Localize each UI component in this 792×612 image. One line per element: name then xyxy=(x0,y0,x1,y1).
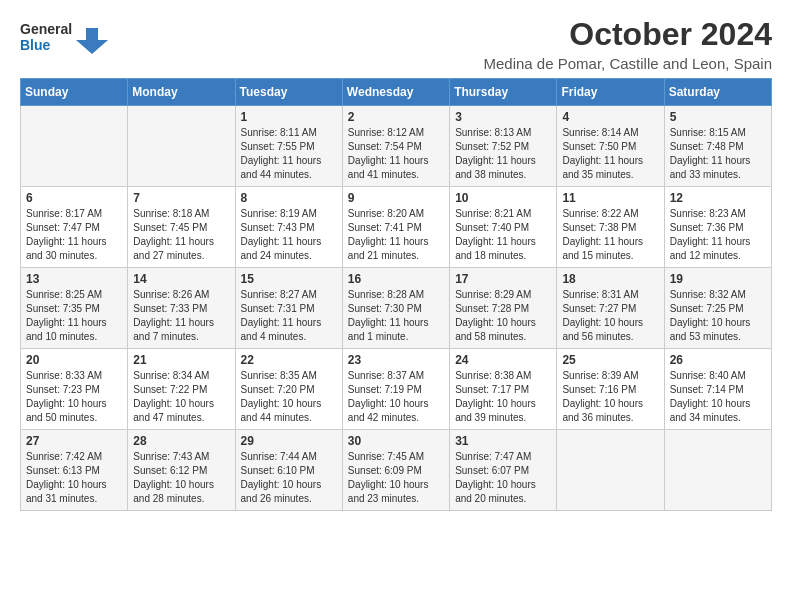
day-number: 26 xyxy=(670,353,766,367)
calendar-cell: 16Sunrise: 8:28 AM Sunset: 7:30 PM Dayli… xyxy=(342,268,449,349)
main-title: October 2024 xyxy=(483,16,772,53)
day-number: 27 xyxy=(26,434,122,448)
day-info: Sunrise: 8:31 AM Sunset: 7:27 PM Dayligh… xyxy=(562,288,658,344)
calendar-cell xyxy=(21,106,128,187)
calendar-cell: 5Sunrise: 8:15 AM Sunset: 7:48 PM Daylig… xyxy=(664,106,771,187)
day-info: Sunrise: 8:19 AM Sunset: 7:43 PM Dayligh… xyxy=(241,207,337,263)
day-info: Sunrise: 8:12 AM Sunset: 7:54 PM Dayligh… xyxy=(348,126,444,182)
calendar-cell: 21Sunrise: 8:34 AM Sunset: 7:22 PM Dayli… xyxy=(128,349,235,430)
calendar-cell: 18Sunrise: 8:31 AM Sunset: 7:27 PM Dayli… xyxy=(557,268,664,349)
calendar-cell xyxy=(128,106,235,187)
calendar-cell: 17Sunrise: 8:29 AM Sunset: 7:28 PM Dayli… xyxy=(450,268,557,349)
calendar-cell: 7Sunrise: 8:18 AM Sunset: 7:45 PM Daylig… xyxy=(128,187,235,268)
day-info: Sunrise: 8:32 AM Sunset: 7:25 PM Dayligh… xyxy=(670,288,766,344)
weekday-header-monday: Monday xyxy=(128,79,235,106)
day-info: Sunrise: 8:27 AM Sunset: 7:31 PM Dayligh… xyxy=(241,288,337,344)
day-info: Sunrise: 8:11 AM Sunset: 7:55 PM Dayligh… xyxy=(241,126,337,182)
day-info: Sunrise: 8:33 AM Sunset: 7:23 PM Dayligh… xyxy=(26,369,122,425)
calendar-cell: 10Sunrise: 8:21 AM Sunset: 7:40 PM Dayli… xyxy=(450,187,557,268)
calendar-cell: 30Sunrise: 7:45 AM Sunset: 6:09 PM Dayli… xyxy=(342,430,449,511)
day-info: Sunrise: 8:29 AM Sunset: 7:28 PM Dayligh… xyxy=(455,288,551,344)
calendar-cell: 14Sunrise: 8:26 AM Sunset: 7:33 PM Dayli… xyxy=(128,268,235,349)
day-info: Sunrise: 8:20 AM Sunset: 7:41 PM Dayligh… xyxy=(348,207,444,263)
day-number: 5 xyxy=(670,110,766,124)
weekday-header-tuesday: Tuesday xyxy=(235,79,342,106)
day-info: Sunrise: 8:17 AM Sunset: 7:47 PM Dayligh… xyxy=(26,207,122,263)
week-row-1: 1Sunrise: 8:11 AM Sunset: 7:55 PM Daylig… xyxy=(21,106,772,187)
day-number: 3 xyxy=(455,110,551,124)
svg-text:Blue: Blue xyxy=(20,37,51,53)
calendar-cell: 6Sunrise: 8:17 AM Sunset: 7:47 PM Daylig… xyxy=(21,187,128,268)
weekday-header-thursday: Thursday xyxy=(450,79,557,106)
calendar-cell xyxy=(664,430,771,511)
calendar-cell: 27Sunrise: 7:42 AM Sunset: 6:13 PM Dayli… xyxy=(21,430,128,511)
week-row-4: 20Sunrise: 8:33 AM Sunset: 7:23 PM Dayli… xyxy=(21,349,772,430)
day-info: Sunrise: 8:40 AM Sunset: 7:14 PM Dayligh… xyxy=(670,369,766,425)
calendar-cell xyxy=(557,430,664,511)
day-number: 9 xyxy=(348,191,444,205)
day-info: Sunrise: 8:22 AM Sunset: 7:38 PM Dayligh… xyxy=(562,207,658,263)
weekday-header-friday: Friday xyxy=(557,79,664,106)
day-info: Sunrise: 8:25 AM Sunset: 7:35 PM Dayligh… xyxy=(26,288,122,344)
calendar-cell: 15Sunrise: 8:27 AM Sunset: 7:31 PM Dayli… xyxy=(235,268,342,349)
day-number: 10 xyxy=(455,191,551,205)
day-info: Sunrise: 8:35 AM Sunset: 7:20 PM Dayligh… xyxy=(241,369,337,425)
calendar-cell: 13Sunrise: 8:25 AM Sunset: 7:35 PM Dayli… xyxy=(21,268,128,349)
logo: General Blue xyxy=(20,16,110,62)
subtitle: Medina de Pomar, Castille and Leon, Spai… xyxy=(483,55,772,72)
day-number: 4 xyxy=(562,110,658,124)
calendar-cell: 8Sunrise: 8:19 AM Sunset: 7:43 PM Daylig… xyxy=(235,187,342,268)
calendar-cell: 2Sunrise: 8:12 AM Sunset: 7:54 PM Daylig… xyxy=(342,106,449,187)
day-number: 12 xyxy=(670,191,766,205)
day-info: Sunrise: 7:43 AM Sunset: 6:12 PM Dayligh… xyxy=(133,450,229,506)
day-number: 18 xyxy=(562,272,658,286)
svg-text:General: General xyxy=(20,21,72,37)
day-info: Sunrise: 8:28 AM Sunset: 7:30 PM Dayligh… xyxy=(348,288,444,344)
day-number: 11 xyxy=(562,191,658,205)
day-info: Sunrise: 8:34 AM Sunset: 7:22 PM Dayligh… xyxy=(133,369,229,425)
day-info: Sunrise: 7:45 AM Sunset: 6:09 PM Dayligh… xyxy=(348,450,444,506)
day-number: 29 xyxy=(241,434,337,448)
title-area: October 2024 Medina de Pomar, Castille a… xyxy=(483,16,772,72)
day-number: 30 xyxy=(348,434,444,448)
calendar-cell: 9Sunrise: 8:20 AM Sunset: 7:41 PM Daylig… xyxy=(342,187,449,268)
day-info: Sunrise: 8:21 AM Sunset: 7:40 PM Dayligh… xyxy=(455,207,551,263)
calendar-cell: 31Sunrise: 7:47 AM Sunset: 6:07 PM Dayli… xyxy=(450,430,557,511)
weekday-header-sunday: Sunday xyxy=(21,79,128,106)
day-number: 25 xyxy=(562,353,658,367)
day-info: Sunrise: 8:37 AM Sunset: 7:19 PM Dayligh… xyxy=(348,369,444,425)
calendar-cell: 28Sunrise: 7:43 AM Sunset: 6:12 PM Dayli… xyxy=(128,430,235,511)
day-info: Sunrise: 7:44 AM Sunset: 6:10 PM Dayligh… xyxy=(241,450,337,506)
logo-text: General Blue xyxy=(20,16,110,62)
calendar-cell: 1Sunrise: 8:11 AM Sunset: 7:55 PM Daylig… xyxy=(235,106,342,187)
weekday-header-row: SundayMondayTuesdayWednesdayThursdayFrid… xyxy=(21,79,772,106)
week-row-5: 27Sunrise: 7:42 AM Sunset: 6:13 PM Dayli… xyxy=(21,430,772,511)
calendar-cell: 11Sunrise: 8:22 AM Sunset: 7:38 PM Dayli… xyxy=(557,187,664,268)
day-info: Sunrise: 8:38 AM Sunset: 7:17 PM Dayligh… xyxy=(455,369,551,425)
week-row-3: 13Sunrise: 8:25 AM Sunset: 7:35 PM Dayli… xyxy=(21,268,772,349)
calendar-cell: 22Sunrise: 8:35 AM Sunset: 7:20 PM Dayli… xyxy=(235,349,342,430)
calendar-cell: 12Sunrise: 8:23 AM Sunset: 7:36 PM Dayli… xyxy=(664,187,771,268)
calendar-cell: 3Sunrise: 8:13 AM Sunset: 7:52 PM Daylig… xyxy=(450,106,557,187)
calendar-cell: 25Sunrise: 8:39 AM Sunset: 7:16 PM Dayli… xyxy=(557,349,664,430)
calendar-cell: 19Sunrise: 8:32 AM Sunset: 7:25 PM Dayli… xyxy=(664,268,771,349)
day-number: 15 xyxy=(241,272,337,286)
day-info: Sunrise: 8:23 AM Sunset: 7:36 PM Dayligh… xyxy=(670,207,766,263)
header: General Blue October 2024 Medina de Poma… xyxy=(20,16,772,72)
day-info: Sunrise: 7:42 AM Sunset: 6:13 PM Dayligh… xyxy=(26,450,122,506)
day-info: Sunrise: 8:15 AM Sunset: 7:48 PM Dayligh… xyxy=(670,126,766,182)
day-number: 13 xyxy=(26,272,122,286)
calendar-cell: 23Sunrise: 8:37 AM Sunset: 7:19 PM Dayli… xyxy=(342,349,449,430)
day-info: Sunrise: 8:26 AM Sunset: 7:33 PM Dayligh… xyxy=(133,288,229,344)
day-number: 6 xyxy=(26,191,122,205)
day-number: 14 xyxy=(133,272,229,286)
calendar-cell: 29Sunrise: 7:44 AM Sunset: 6:10 PM Dayli… xyxy=(235,430,342,511)
day-number: 20 xyxy=(26,353,122,367)
calendar-cell: 20Sunrise: 8:33 AM Sunset: 7:23 PM Dayli… xyxy=(21,349,128,430)
calendar-table: SundayMondayTuesdayWednesdayThursdayFrid… xyxy=(20,78,772,511)
day-number: 23 xyxy=(348,353,444,367)
day-number: 8 xyxy=(241,191,337,205)
day-info: Sunrise: 8:14 AM Sunset: 7:50 PM Dayligh… xyxy=(562,126,658,182)
day-info: Sunrise: 7:47 AM Sunset: 6:07 PM Dayligh… xyxy=(455,450,551,506)
day-number: 21 xyxy=(133,353,229,367)
